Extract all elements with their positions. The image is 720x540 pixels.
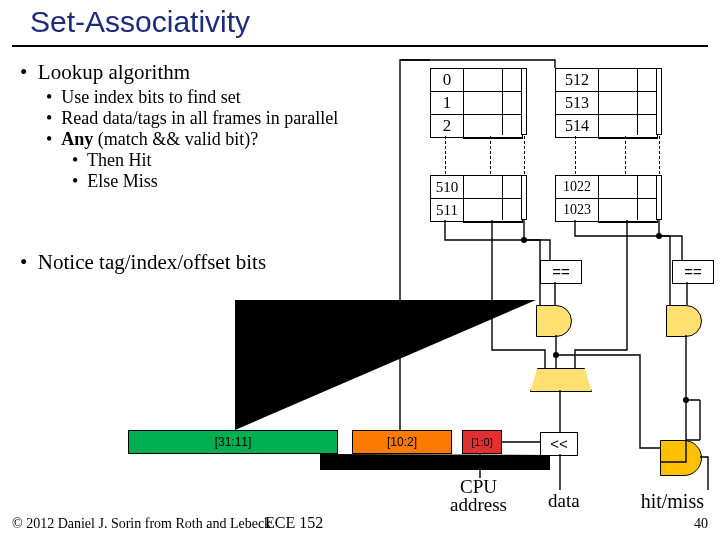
table-row: 514 [556, 115, 598, 137]
address-text: address [450, 494, 507, 515]
body-text: • Lookup algorithm • Use index bits to f… [20, 60, 420, 192]
valid-col-0-top [521, 68, 527, 135]
way1-index-top: 512 513 514 [555, 68, 599, 138]
bullet-sub3: • Any (match && valid bit)? [46, 129, 420, 150]
svg-point-0 [521, 237, 527, 243]
dashed-gap [524, 136, 525, 174]
bullet-sub2: • Read data/tags in all frames in parall… [46, 108, 420, 129]
dashed-gap [575, 136, 576, 174]
hitmiss-label: hit/miss [641, 490, 704, 513]
split [464, 69, 522, 91]
way1-index-bot: 1022 1023 [555, 175, 599, 222]
bullet-sub4: • Then Hit [72, 150, 420, 171]
slide-number: 40 [694, 516, 708, 532]
bullet-sub2-text: Read data/tags in all frames in parallel [61, 108, 338, 128]
bullet-sub3-tail: (match && valid bit)? [93, 129, 258, 149]
bullet-notice: • Notice tag/index/offset bits [20, 250, 266, 275]
cpu-address-label: CPU address [450, 478, 507, 514]
split [599, 69, 657, 91]
valid-col-1-bot [656, 175, 662, 220]
bullet-sub5: • Else Miss [72, 171, 420, 192]
split [464, 176, 522, 198]
and-gate-0 [536, 305, 572, 337]
dashed-gap [625, 136, 626, 174]
tag-segment: [31:11] [128, 430, 338, 454]
split [599, 113, 657, 135]
table-row: 1 [431, 92, 463, 115]
split [599, 176, 657, 198]
svg-point-3 [683, 397, 689, 403]
table-row: 1022 [556, 176, 598, 199]
bullet-notice-text: Notice tag/index/offset bits [38, 250, 266, 274]
bullet-main: • Lookup algorithm [20, 60, 420, 85]
way0-data-bot [463, 175, 523, 223]
dashed-gap [445, 136, 446, 174]
split [464, 198, 522, 220]
table-row: 0 [431, 69, 463, 92]
dashed-gap [490, 136, 491, 174]
bullet-sub1-text: Use index bits to find set [61, 87, 240, 107]
table-row: 2 [431, 115, 463, 137]
copyright: © 2012 Daniel J. Sorin from Roth and Leb… [12, 516, 271, 532]
way0-index-bot: 510 511 [430, 175, 464, 222]
comparator-0: == [540, 260, 582, 284]
valid-col-1-top [656, 68, 662, 135]
slide-title: Set-Associativity [30, 5, 250, 39]
and-gate-1 [666, 305, 702, 337]
bullet-sub5-text: Else Miss [87, 171, 158, 191]
way0-index-top: 0 1 2 [430, 68, 464, 138]
table-row: 1023 [556, 199, 598, 221]
comparator-1: == [672, 260, 714, 284]
way1-data-top [598, 68, 658, 139]
or-gate [660, 440, 702, 476]
mux [530, 368, 592, 392]
way1-data-bot [598, 175, 658, 223]
index-segment: [10:2] [352, 430, 452, 454]
valid-col-0-bot [521, 175, 527, 220]
table-row: 513 [556, 92, 598, 115]
bullet-sub4-text: Then Hit [87, 150, 152, 170]
way0-data-top [463, 68, 523, 139]
offset-segment: [1:0] [462, 430, 502, 454]
shift-box: << [540, 432, 578, 456]
data-label: data [548, 490, 580, 512]
svg-point-2 [553, 352, 559, 358]
split [599, 198, 657, 220]
bullet-any: Any [61, 129, 93, 149]
course-code: ECE 152 [265, 514, 323, 532]
split [464, 91, 522, 113]
split [464, 113, 522, 135]
table-row: 512 [556, 69, 598, 92]
dashed-gap [659, 136, 660, 174]
title-rule [12, 45, 708, 47]
bullet-sub1: • Use index bits to find set [46, 87, 420, 108]
split [599, 91, 657, 113]
svg-point-1 [656, 233, 662, 239]
table-row: 511 [431, 199, 463, 221]
bullet-main-text: Lookup algorithm [38, 60, 190, 84]
table-row: 510 [431, 176, 463, 199]
